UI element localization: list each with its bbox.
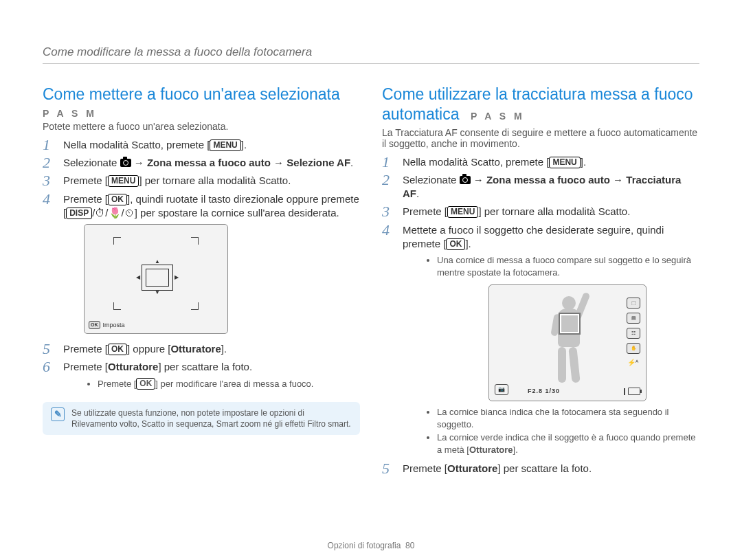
step-2: Selezionate → Zona messa a fuoco auto → … [43, 154, 360, 172]
step-1: Nella modalità Scatto, premete [MENU]. [43, 136, 360, 154]
step-5: Premete [OK] oppure [Otturatore]. [43, 340, 360, 358]
mode-indicator-icon: ☷ [627, 328, 640, 339]
step-1: Nella modalità Scatto, premete [MENU]. [382, 153, 699, 171]
manual-page: Come modificare la messa a fuoco della f… [0, 0, 742, 560]
lcd-side-icons: ⬚ ▤ ☷ ✋ ⚡ᴬ [627, 298, 640, 368]
ok-indicator-icon: OK [89, 321, 100, 328]
mode-badges-left: P A S M [43, 108, 97, 119]
subject-silhouette-icon [552, 296, 594, 385]
step-3: Premete [MENU] per tornare alla modalità… [382, 203, 699, 221]
column-right: Come utilizzare la tracciatura messa a f… [382, 85, 699, 478]
intro-left: Potete mettere a fuoco un'area seleziona… [43, 121, 360, 132]
camera-icon [120, 159, 131, 167]
exposure-readout: F2.8 1/30 [528, 387, 560, 395]
ok-button-icon: OK [136, 378, 155, 390]
substeps-right-1: Una cornice di messa a fuoco compare sul… [423, 254, 699, 279]
lcd-status-bar: OK Imposta [89, 321, 125, 329]
running-header: Come modificare la messa a fuoco della f… [43, 45, 699, 64]
step-4: Mettete a fuoco il soggetto che desidera… [382, 221, 699, 460]
camera-icon [460, 176, 471, 184]
section-title-right: Come utilizzare la tracciatura messa a f… [382, 85, 699, 124]
ok-button-icon: OK [108, 194, 127, 205]
disp-button-icon: DISP [66, 208, 92, 219]
size-indicator-icon: ⬚ [627, 298, 640, 309]
substeps-left: Premete [OK] per modificare l'area di me… [84, 377, 360, 391]
tracking-frame-icon [560, 314, 579, 333]
focus-frame-icon: ▲ ▼ ◀ ▶ [142, 265, 173, 291]
lcd-illustration-left: ▲ ▼ ◀ ▶ OK Imposta [84, 224, 360, 334]
step-5: Premete [Otturatore] per scattare la fot… [382, 460, 699, 478]
sub-item: La cornice verde indica che il soggetto … [437, 431, 699, 456]
battery-icon [628, 388, 640, 395]
column-left: Come mettere a fuoco un'area selezionata… [43, 85, 360, 478]
stabilizer-icon: ✋ [627, 343, 640, 354]
mode-badges-right: P A S M [471, 111, 525, 123]
sub-item: La cornice bianca indica che la fotocame… [437, 405, 699, 431]
flash-auto-icon: ⚡ᴬ [627, 358, 639, 368]
sub-item: Una cornice di messa a fuoco compare sul… [437, 254, 699, 279]
step-4: Premete [OK], quindi ruotate il tasto di… [43, 190, 360, 341]
step-3: Premete [MENU] per tornare alla modalità… [43, 172, 360, 190]
lcd-illustration-right: ⬚ ▤ ☷ ✋ ⚡ᴬ 📷 F2.8 1/30 [436, 284, 699, 401]
steps-left: Nella modalità Scatto, premete [MENU]. S… [43, 136, 360, 394]
page-footer: Opzioni di fotografia 80 [0, 541, 742, 550]
step-6: Premete [Otturatore] per scattare la fot… [43, 358, 360, 394]
intro-right: La Tracciatura AF consente di seguire e … [382, 127, 699, 149]
ok-button-icon: OK [108, 344, 127, 355]
menu-button-icon: MENU [210, 139, 240, 151]
menu-button-icon: MENU [108, 175, 139, 187]
ok-button-icon: OK [446, 238, 465, 250]
steps-right: Nella modalità Scatto, premete [MENU]. S… [382, 153, 699, 478]
note-text: Se utilizzate questa funzione, non potet… [71, 407, 352, 429]
note-icon: ✎ [51, 407, 65, 421]
step-2: Selezionate → Zona messa a fuoco auto → … [382, 171, 699, 203]
substeps-right-2: La cornice bianca indica che la fotocame… [423, 405, 699, 456]
sub-item: Premete [OK] per modificare l'area di me… [98, 377, 360, 391]
lcd-bottom-right-icons [624, 388, 640, 395]
quality-indicator-icon: ▤ [627, 313, 640, 324]
menu-button-icon: MENU [549, 157, 580, 168]
menu-button-icon: MENU [447, 206, 478, 218]
note-callout: ✎ Se utilizzate questa funzione, non pot… [43, 402, 360, 435]
columns: Come mettere a fuoco un'area selezionata… [43, 85, 699, 478]
section-title-left: Come mettere a fuoco un'area selezionata [43, 85, 360, 104]
camera-mode-icon: 📷 [495, 384, 508, 395]
